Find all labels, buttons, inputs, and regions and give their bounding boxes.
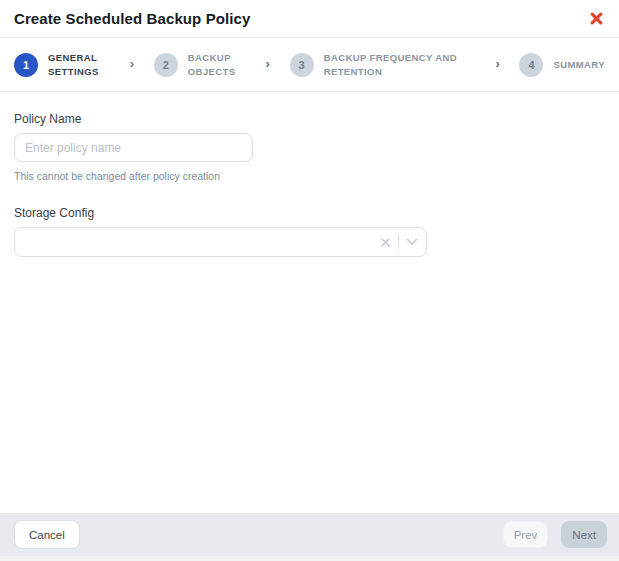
modal-title: Create Scheduled Backup Policy [14,10,250,27]
prev-button[interactable]: Prev [503,521,549,548]
modal-bottom-edge [0,556,619,561]
modal-footer: Cancel Prev Next [0,513,619,556]
dropdown-toggle-button[interactable] [406,238,418,246]
modal-header: Create Scheduled Backup Policy [0,0,619,38]
wizard-stepper: 1 GENERAL SETTINGS › 2 BACKUP OBJECTS › … [0,38,619,92]
chevron-down-icon [406,238,418,246]
next-button[interactable]: Next [561,521,607,548]
step-backup-frequency-retention: 3 BACKUP FREQUENCY AND RETENTION [290,51,476,78]
chevron-right-icon: › [476,57,520,72]
cancel-button[interactable]: Cancel [14,520,80,549]
storage-config-select[interactable] [14,227,427,257]
create-backup-policy-modal: Create Scheduled Backup Policy 1 GENERAL… [0,0,619,561]
step-1-label: GENERAL SETTINGS [48,51,110,78]
footer-right-buttons: Prev Next [503,521,607,548]
storage-config-field-group: Storage Config [14,206,605,257]
clear-button[interactable] [380,237,391,248]
step-summary: 4 SUMMARY [519,53,605,77]
policy-name-helper-text: This cannot be changed after policy crea… [14,170,605,182]
policy-name-field-group: Policy Name This cannot be changed after… [14,112,605,182]
select-indicators [380,234,418,250]
step-general-settings: 1 GENERAL SETTINGS [14,51,110,78]
policy-name-label: Policy Name [14,112,605,126]
close-button[interactable] [588,10,605,27]
chevron-right-icon: › [110,57,154,72]
step-4-circle: 4 [519,53,543,77]
clear-icon [380,237,391,248]
step-2-circle: 2 [154,53,178,77]
step-3-label: BACKUP FREQUENCY AND RETENTION [324,51,476,78]
step-2-label: BACKUP OBJECTS [188,51,246,78]
policy-name-input[interactable] [14,133,253,162]
modal-body: Policy Name This cannot be changed after… [0,92,619,513]
step-backup-objects: 2 BACKUP OBJECTS [154,51,246,78]
step-3-circle: 3 [290,53,314,77]
select-divider [398,234,399,250]
storage-config-label: Storage Config [14,206,605,220]
step-4-label: SUMMARY [553,58,605,71]
chevron-right-icon: › [246,57,290,72]
close-icon [590,12,603,25]
step-1-circle: 1 [14,53,38,77]
